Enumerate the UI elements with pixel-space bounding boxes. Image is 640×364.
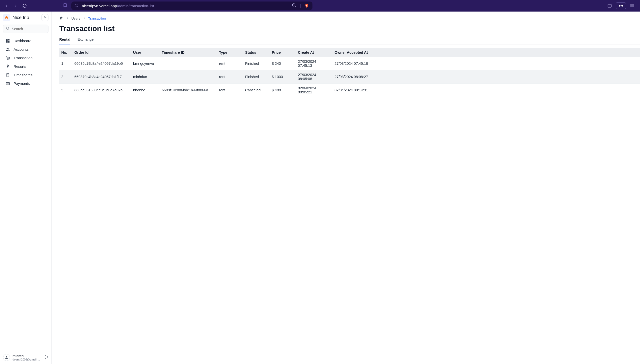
svg-point-27 [6, 356, 7, 357]
theme-toggle-button[interactable] [41, 14, 48, 21]
cell-timeshare_id: 6609f14e886bdc1b44f0066d [160, 84, 217, 97]
col-price: Price [270, 48, 296, 57]
svg-rect-15 [8, 39, 10, 40]
svg-point-10 [621, 5, 623, 7]
sidebar-item-label: Dashboard [14, 39, 31, 43]
user-email: doantri2003@gmail.con [13, 358, 41, 361]
browser-reload-button[interactable] [22, 3, 27, 8]
svg-line-13 [9, 29, 9, 30]
search-input[interactable] [12, 27, 46, 31]
svg-point-21 [9, 59, 9, 60]
svg-rect-25 [6, 83, 10, 85]
svg-rect-16 [8, 41, 10, 43]
timeshares-icon [6, 73, 10, 77]
payments-icon [6, 81, 10, 86]
sidebar-item-label: Resorts [14, 65, 26, 69]
page-title: Transaction list [59, 24, 640, 33]
col-owner-accepted-at: Owner Accepted At [333, 48, 640, 57]
search-icon [6, 26, 10, 31]
site-settings-icon[interactable] [75, 4, 79, 8]
cell-order_id: 660370c4b8a4e24057da1f17 [72, 70, 131, 84]
chevron-right-icon [82, 16, 86, 21]
cell-type: rent [217, 57, 243, 70]
browser-menu-button[interactable] [628, 2, 636, 10]
tab-exchange[interactable]: Exchange [77, 37, 94, 44]
breadcrumb-transaction[interactable]: Transaction [88, 17, 106, 20]
sidebar-item-label: Timeshares [14, 73, 32, 77]
svg-rect-17 [6, 41, 8, 43]
sidebar-toggle-icon[interactable] [606, 2, 613, 10]
tab-rental[interactable]: Rental [59, 37, 70, 44]
cell-create_at: 27/03/2024 08:05:08 [296, 70, 333, 84]
col-timeshare-id: Timeshare ID [160, 48, 217, 57]
cell-owner_accepted_at: 27/03/2024 08:08:27 [333, 70, 640, 84]
cell-user: nhanho [131, 84, 160, 97]
col-no: No. [59, 48, 72, 57]
main-content: Users Transaction Transaction list Renta… [52, 12, 640, 364]
col-status: Status [243, 48, 270, 57]
sidebar: Nice trip Dashboard Accounts [0, 12, 52, 364]
sidebar-item-payments[interactable]: Payments [0, 79, 51, 88]
cell-price: $ 1000 [270, 70, 296, 84]
brand-logo[interactable] [3, 14, 10, 21]
cell-no: 2 [59, 70, 72, 84]
zoom-out-icon[interactable] [292, 3, 296, 9]
cell-user: bmnguyenvu [131, 57, 160, 70]
logout-button[interactable] [44, 355, 48, 360]
cell-create_at: 02/04/2024 00:05:21 [296, 84, 333, 97]
browser-back-button[interactable] [4, 3, 9, 8]
cell-no: 3 [59, 84, 72, 97]
breadcrumb-users[interactable]: Users [71, 17, 80, 20]
cell-price: $ 240 [270, 57, 296, 70]
cell-price: $ 400 [270, 84, 296, 97]
cell-status: Finished [243, 70, 270, 84]
sidebar-item-resorts[interactable]: Resorts [0, 62, 51, 71]
user-name: minhtri [13, 354, 41, 358]
breadcrumb-home-icon[interactable] [59, 16, 63, 21]
col-type: Type [217, 48, 243, 57]
table-row[interactable]: 2660370c4b8a4e24057da1f17minhducrentFini… [59, 70, 640, 84]
bookmark-icon[interactable] [63, 3, 67, 9]
svg-point-12 [7, 27, 9, 29]
col-user: User [131, 48, 160, 57]
browser-forward-button[interactable] [13, 3, 18, 8]
col-create-at: Create At [296, 48, 333, 57]
accounts-icon [6, 47, 10, 52]
cell-status: Finished [243, 57, 270, 70]
cell-timeshare_id [160, 57, 217, 70]
svg-point-20 [7, 59, 8, 60]
user-avatar[interactable] [3, 354, 10, 361]
cell-type: rent [217, 70, 243, 84]
svg-point-2 [78, 6, 78, 7]
resorts-icon [6, 64, 10, 69]
table-row[interactable]: 3660ae9515094e8c3c0e7e62bnhanho6609f14e8… [59, 84, 640, 97]
brave-shield-icon[interactable] [304, 4, 309, 8]
table-row[interactable]: 166036c19b8a4e24057da19b5bmnguyenvurentF… [59, 57, 640, 70]
reader-mode-button[interactable] [616, 2, 626, 9]
svg-rect-7 [608, 4, 611, 7]
sidebar-item-transaction[interactable]: Transaction [0, 54, 51, 62]
cell-owner_accepted_at: 02/04/2024 00:14:31 [333, 84, 640, 97]
address-bar[interactable]: nicetripvn.vercel.app/admin/transaction-… [71, 2, 312, 10]
cell-order_id: 660ae9515094e8c3c0e7e62b [72, 84, 131, 97]
dashboard-icon [6, 39, 10, 43]
svg-line-5 [295, 6, 296, 7]
sidebar-search[interactable] [3, 25, 48, 33]
transaction-icon [6, 56, 10, 60]
svg-point-18 [7, 48, 8, 49]
cell-user: minhduc [131, 70, 160, 84]
transactions-table: No. Order Id User Timeshare ID Type Stat… [59, 48, 640, 97]
cell-timeshare_id [160, 70, 217, 84]
sidebar-item-label: Transaction [14, 56, 32, 60]
sidebar-item-label: Payments [14, 82, 30, 86]
brand-name: Nice trip [13, 15, 39, 20]
table-header-row: No. Order Id User Timeshare ID Type Stat… [59, 48, 640, 57]
cell-create_at: 27/03/2024 07:45:13 [296, 57, 333, 70]
sidebar-item-dashboard[interactable]: Dashboard [0, 37, 51, 45]
sidebar-item-accounts[interactable]: Accounts [0, 45, 51, 54]
sidebar-item-timeshares[interactable]: Timeshares [0, 71, 51, 79]
sidebar-user-block: minhtri doantri2003@gmail.con [0, 351, 51, 364]
svg-rect-11 [620, 6, 621, 6]
cell-owner_accepted_at: 27/03/2024 07:45:18 [333, 57, 640, 70]
chevron-right-icon [65, 16, 69, 21]
